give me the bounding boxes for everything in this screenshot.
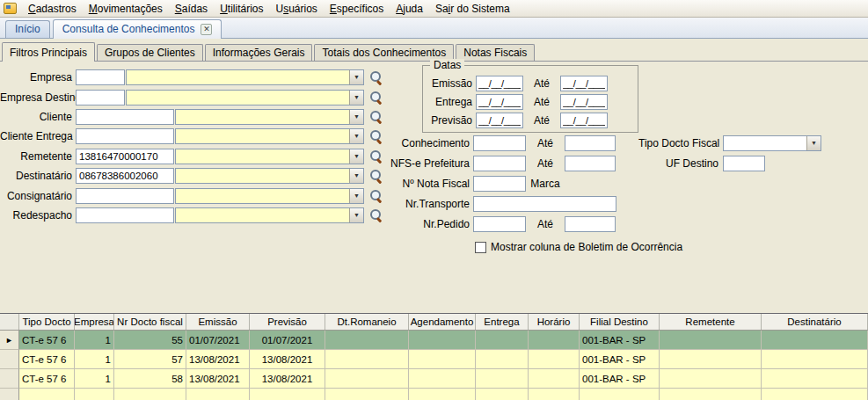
menu-bar-items: CadastrosMovimentaçõesSaídasUtilitáriosU… <box>22 1 516 17</box>
menu-item-usuarios[interactable]: Usuários <box>269 1 323 17</box>
previsao-from-input[interactable] <box>476 113 523 128</box>
column-header-destinatario[interactable]: Destinatário <box>762 314 868 330</box>
cliente-code-input[interactable] <box>76 109 174 125</box>
subtab-grupos-de-clientes[interactable]: Grupos de Clientes <box>97 44 203 61</box>
empresa-destino-code-input[interactable] <box>76 90 125 105</box>
nr-transporte-input[interactable] <box>473 196 616 212</box>
tab-inicio[interactable]: Início <box>5 20 50 38</box>
subtab-informacoes-gerais[interactable]: Informações Gerais <box>205 44 313 61</box>
cell-entrega <box>476 369 529 389</box>
nfs-e-prefeitura-to-input[interactable] <box>565 156 616 171</box>
search-icon[interactable] <box>368 110 383 124</box>
right-filter-fields: Tipo Docto Fiscal ▼ UF Destino <box>638 133 821 173</box>
column-header-empresa[interactable]: Empresa <box>75 314 114 330</box>
subtab-filtros-principais[interactable]: Filtros Principais <box>2 42 95 62</box>
table-row-partial <box>0 389 868 400</box>
cell-filial-destino: 001-BAR - SP <box>580 350 660 369</box>
entrega-from-input[interactable] <box>476 94 523 110</box>
cell-agendamento <box>409 331 476 350</box>
search-icon[interactable] <box>368 91 383 105</box>
cell-empresa: 1 <box>75 350 114 369</box>
remetente-combo[interactable]: ▼ <box>175 149 364 164</box>
column-header-tipo-docto[interactable]: Tipo Docto <box>19 314 75 330</box>
redespacho-combo[interactable]: ▼ <box>175 207 364 223</box>
chevron-down-icon[interactable]: ▼ <box>349 91 363 105</box>
search-icon[interactable] <box>368 70 383 84</box>
menu-item-cadastros[interactable]: Cadastros <box>22 1 83 17</box>
table-row[interactable]: CT-e 57 615713/08/202113/08/2021001-BAR … <box>0 350 868 369</box>
nfs-e-prefeitura-input[interactable] <box>473 156 526 171</box>
filter-row-empresa-destino: Empresa Destino▼ <box>0 87 383 106</box>
menu-item-movimentacoes[interactable]: Movimentações <box>83 1 169 17</box>
cell-empty <box>529 389 580 400</box>
table-row[interactable]: ►CT-e 57 615501/07/202101/07/2021001-BAR… <box>0 331 868 350</box>
menu-item-utilitarios[interactable]: Utilitários <box>214 1 269 17</box>
cliente-entrega-code-input[interactable] <box>76 128 174 144</box>
n-nota-fiscal-input[interactable] <box>473 176 526 192</box>
field-row-conhecimento: ConhecimentoAté <box>352 133 616 153</box>
column-header-remetente[interactable]: Remetente <box>660 314 762 330</box>
subtab-notas-fiscais[interactable]: Notas Fiscais <box>456 44 535 61</box>
column-header-emissao[interactable]: Emissão <box>186 314 250 330</box>
cell-filial-destino: 001-BAR - SP <box>580 331 660 350</box>
emissao-to-input[interactable] <box>560 76 608 91</box>
boletim-checkbox-label[interactable]: Mostrar coluna de Boletim de Ocorrência <box>491 241 682 253</box>
destinatario-combo[interactable]: ▼ <box>175 168 364 184</box>
cell-empty <box>186 389 250 400</box>
close-icon[interactable]: ✕ <box>201 24 212 35</box>
menu-item-especificos[interactable]: Específicos <box>324 1 390 17</box>
chevron-down-icon[interactable]: ▼ <box>349 110 363 124</box>
conhecimento-to-input[interactable] <box>565 135 616 151</box>
cliente-combo[interactable]: ▼ <box>175 109 364 125</box>
empresa-destino-combo[interactable]: ▼ <box>126 90 364 105</box>
tipo-docto-fiscal-combo[interactable]: ▼ <box>723 135 821 151</box>
boletim-checkbox-row: Mostrar coluna de Boletim de Ocorrência <box>475 241 682 253</box>
column-header-nr-docto-fiscal[interactable]: Nr Docto fiscal <box>114 314 186 330</box>
nfs-e-prefeitura-label: NFS-e Prefeitura <box>352 157 473 170</box>
redespacho-code-input[interactable] <box>76 207 174 223</box>
column-header-entrega[interactable]: Entrega <box>476 314 529 330</box>
grid-selector-header <box>0 314 19 330</box>
cell-entrega <box>476 350 529 369</box>
destinatario-code-input[interactable] <box>76 168 174 184</box>
remetente-code-input[interactable] <box>76 149 174 164</box>
uf-destino-input[interactable] <box>723 156 765 171</box>
marca-label: Marca <box>526 178 565 190</box>
field-row-nr-transporte: Nr.Transporte <box>352 193 616 214</box>
emissao-from-input[interactable] <box>476 76 523 91</box>
entrega-to-input[interactable] <box>560 94 608 110</box>
row-selector <box>0 369 19 389</box>
chevron-down-icon[interactable]: ▼ <box>349 70 363 84</box>
column-header-previsao[interactable]: Previsão <box>250 314 325 330</box>
empresa-code-input[interactable] <box>76 69 125 85</box>
column-header-horario[interactable]: Horário <box>529 314 580 330</box>
menu-item-sair-do-sistema[interactable]: Sair do Sistema <box>429 1 516 17</box>
chevron-down-icon[interactable]: ▼ <box>806 136 821 150</box>
conhecimento-input[interactable] <box>473 135 526 151</box>
date-row-emissao: EmissãoAté <box>423 74 638 92</box>
tipo-docto-fiscal-label: Tipo Docto Fiscal <box>638 137 723 149</box>
cell-emissao: 13/08/2021 <box>186 350 250 369</box>
nr-pedido-to-input[interactable] <box>565 216 616 232</box>
boletim-checkbox[interactable] <box>475 242 486 253</box>
menu-bar: CadastrosMovimentaçõesSaídasUtilitáriosU… <box>0 0 868 18</box>
previsao-to-input[interactable] <box>560 113 608 128</box>
menu-item-saidas[interactable]: Saídas <box>169 1 214 17</box>
table-row[interactable]: CT-e 57 615813/08/202113/08/2021001-BAR … <box>0 369 868 389</box>
tab-consulta-de-conhecimentos[interactable]: Consulta de Conhecimentos✕ <box>53 19 222 39</box>
cell-emissao: 01/07/2021 <box>186 331 250 350</box>
nr-pedido-input[interactable] <box>473 216 526 232</box>
menu-item-ajuda[interactable]: Ajuda <box>390 1 429 17</box>
filter-row-empresa: Empresa▼ <box>0 68 383 87</box>
column-header-filial-destino[interactable]: Filial Destino <box>580 314 660 330</box>
empresa-combo[interactable]: ▼ <box>126 69 364 85</box>
cell-horario <box>529 331 580 350</box>
cell-emissao: 13/08/2021 <box>186 369 250 389</box>
column-header-agendamento[interactable]: Agendamento <box>409 314 476 330</box>
consignatario-code-input[interactable] <box>76 188 174 204</box>
entrega-label: Entrega <box>423 96 476 108</box>
cliente-entrega-combo[interactable]: ▼ <box>175 128 364 144</box>
filter-row-cliente: Cliente▼ <box>0 107 383 127</box>
column-header-dt-romaneio[interactable]: Dt.Romaneio <box>325 314 409 330</box>
consignatario-combo[interactable]: ▼ <box>175 188 364 204</box>
